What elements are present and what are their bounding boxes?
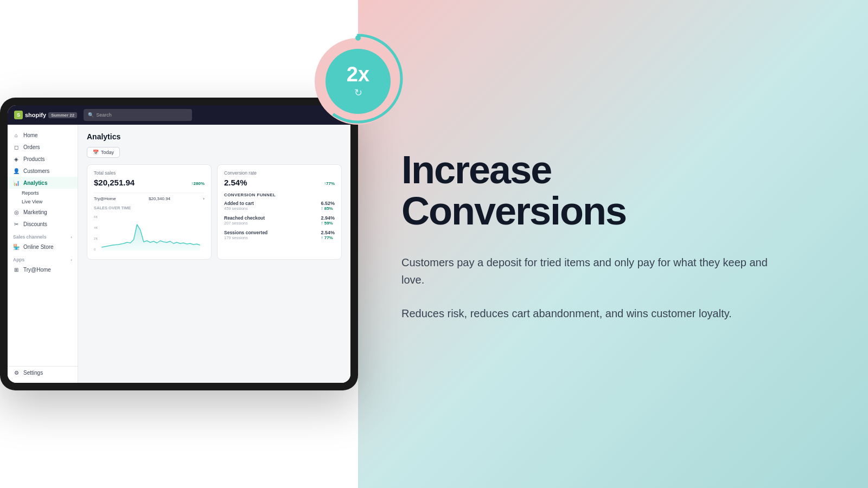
funnel-item-1: Reached checkout 207 sessions 2.94% ↑ 59…: [224, 215, 335, 226]
funnel-item-right-0: 6.52% ↑ 85%: [321, 201, 335, 211]
funnel-item-left-2: Sessions converted 179 sessions: [224, 230, 267, 240]
apps-chevron-icon: ›: [71, 258, 72, 262]
funnel-item-right-2: 2.54% ↑ 77%: [321, 230, 335, 240]
funnel-item-row-2: Sessions converted 179 sessions 2.54% ↑ …: [224, 230, 335, 240]
funnel-rate-2: 2.54%: [321, 230, 335, 235]
total-sales-badge: ↑280%: [192, 181, 205, 186]
try-at-home-icon: ⊞: [13, 266, 20, 273]
sidebar-label-online-store: Online Store: [23, 244, 54, 250]
chevron-icon: ›: [71, 235, 72, 240]
conversion-value-row: 2.54% ↑77%: [224, 178, 335, 189]
online-store-icon: 🏪: [13, 243, 20, 250]
shopify-text: shopify: [25, 112, 46, 118]
store-arrow: ›: [203, 196, 205, 201]
sales-chart: 6K 4K 2K 0: [94, 214, 205, 252]
admin-topbar: S shopify Summer 22 🔍 Search: [8, 105, 350, 125]
sidebar-label-home: Home: [23, 132, 38, 138]
admin-body: ⌂ Home ◻ Orders ◈ Products 👤 Customers: [8, 125, 350, 383]
funnel-item-sessions-2: 179 sessions: [224, 235, 267, 240]
funnel-item-title-2: Sessions converted: [224, 230, 267, 235]
badge-outer-ring: 2x ↻: [315, 38, 401, 125]
marketing-icon: ◎: [13, 209, 20, 215]
sidebar-item-live-view[interactable]: Live View: [8, 197, 78, 206]
badge-value: 2x: [347, 64, 369, 85]
sidebar-label-orders: Orders: [23, 144, 40, 150]
sidebar-label-customers: Customers: [23, 168, 49, 174]
funnel-item-left-0: Added to cart 459 sessions: [224, 201, 254, 211]
tablet-mockup: S shopify Summer 22 🔍 Search ⌂ Home: [0, 98, 358, 390]
badge-inner-circle: 2x ↻: [326, 49, 391, 114]
sidebar-item-try-at-home[interactable]: ⊞ Try@Home: [8, 264, 78, 275]
sidebar-label-products: Products: [23, 156, 44, 162]
funnel-item-sessions-0: 459 sessions: [224, 206, 254, 211]
sidebar-item-customers[interactable]: 👤 Customers: [8, 165, 78, 177]
sidebar-item-discounts[interactable]: ✂ Discounts: [8, 218, 78, 230]
sidebar-item-analytics[interactable]: 📊 Analytics: [8, 177, 78, 189]
search-placeholder: Search: [96, 112, 112, 118]
sidebar-label-live-view: Live View: [22, 199, 42, 204]
calendar-icon: 📅: [93, 150, 99, 155]
right-panel: Increase Conversions Customers pay a dep…: [358, 0, 868, 488]
funnel-item-0: Added to cart 459 sessions 6.52% ↑ 85%: [224, 201, 335, 211]
sidebar-label-discounts: Discounts: [23, 221, 47, 227]
chart-label: SALES OVER TIME: [94, 206, 205, 210]
date-filter-label: Today: [101, 150, 114, 155]
headline-line1: Increase: [401, 148, 551, 191]
total-sales-value-row: $20,251.94 ↑280%: [94, 178, 205, 189]
store-value: $20,340.94: [149, 196, 170, 201]
home-icon: ⌂: [13, 132, 20, 138]
customers-icon: 👤: [13, 168, 20, 174]
funnel-item-title-1: Reached checkout: [224, 215, 265, 221]
svg-point-6: [355, 35, 361, 41]
page-title: Analytics: [87, 132, 342, 141]
sidebar-item-reports[interactable]: Reports: [8, 189, 78, 197]
badge-container: 2x ↻: [315, 38, 401, 125]
date-filter-button[interactable]: 📅 Today: [87, 147, 120, 158]
sidebar: ⌂ Home ◻ Orders ◈ Products 👤 Customers: [8, 125, 78, 383]
cards-row: Total sales $20,251.94 ↑280% Try@Home $2…: [87, 164, 342, 260]
shopify-logo-icon: S: [14, 111, 23, 119]
sales-channels-section: Sales channels ›: [8, 230, 78, 241]
refresh-icon: ↻: [354, 87, 362, 99]
conversion-card: Conversion rate 2.54% ↑77% CONVERSION FU…: [217, 164, 342, 260]
apps-label: Apps: [13, 257, 24, 262]
sidebar-item-marketing[interactable]: ◎ Marketing: [8, 206, 78, 218]
conversion-label: Conversion rate: [224, 170, 335, 176]
funnel-item-row-1: Reached checkout 207 sessions 2.94% ↑ 59…: [224, 215, 335, 226]
analytics-icon: 📊: [13, 179, 20, 186]
description-paragraph-1: Customers pay a deposit for tried items …: [401, 254, 770, 288]
svg-marker-4: [101, 224, 200, 251]
products-icon: ◈: [13, 156, 20, 162]
funnel-item-row-0: Added to cart 459 sessions 6.52% ↑ 85%: [224, 201, 335, 211]
sidebar-item-settings[interactable]: ⚙ Settings: [8, 367, 78, 378]
sidebar-label-analytics: Analytics: [23, 180, 47, 186]
sidebar-item-online-store[interactable]: 🏪 Online Store: [8, 241, 78, 253]
sidebar-label-try-at-home: Try@Home: [23, 267, 51, 273]
shopify-logo: S shopify Summer 22: [14, 111, 77, 119]
funnel-item-2: Sessions converted 179 sessions 2.54% ↑ …: [224, 230, 335, 240]
total-sales-card: Total sales $20,251.94 ↑280% Try@Home $2…: [87, 164, 212, 260]
right-content: Increase Conversions Customers pay a dep…: [401, 150, 770, 338]
left-panel: S shopify Summer 22 🔍 Search ⌂ Home: [0, 0, 358, 488]
sidebar-item-products[interactable]: ◈ Products: [8, 153, 78, 165]
svg-text:2K: 2K: [94, 237, 98, 240]
conversion-badge: ↑77%: [324, 181, 335, 186]
sales-channels-label: Sales channels: [13, 234, 46, 240]
search-bar[interactable]: 🔍 Search: [84, 109, 192, 121]
orders-icon: ◻: [13, 144, 20, 150]
store-name: Try@Home: [94, 196, 116, 201]
funnel-rate-1: 2.94%: [321, 215, 335, 221]
funnel-badge-0: ↑ 85%: [321, 206, 335, 211]
tablet-screen: S shopify Summer 22 🔍 Search ⌂ Home: [8, 105, 350, 383]
search-icon: 🔍: [88, 112, 94, 118]
settings-icon: ⚙: [13, 369, 20, 376]
apps-section: Apps ›: [8, 253, 78, 264]
funnel-item-right-1: 2.94% ↑ 59%: [321, 215, 335, 226]
funnel-item-title-0: Added to cart: [224, 201, 254, 206]
headline-line2: Conversions: [401, 189, 626, 233]
svg-text:4K: 4K: [94, 226, 98, 229]
sidebar-item-orders[interactable]: ◻ Orders: [8, 141, 78, 153]
headline: Increase Conversions: [401, 150, 770, 232]
svg-text:6K: 6K: [94, 215, 98, 219]
sidebar-item-home[interactable]: ⌂ Home: [8, 129, 78, 141]
